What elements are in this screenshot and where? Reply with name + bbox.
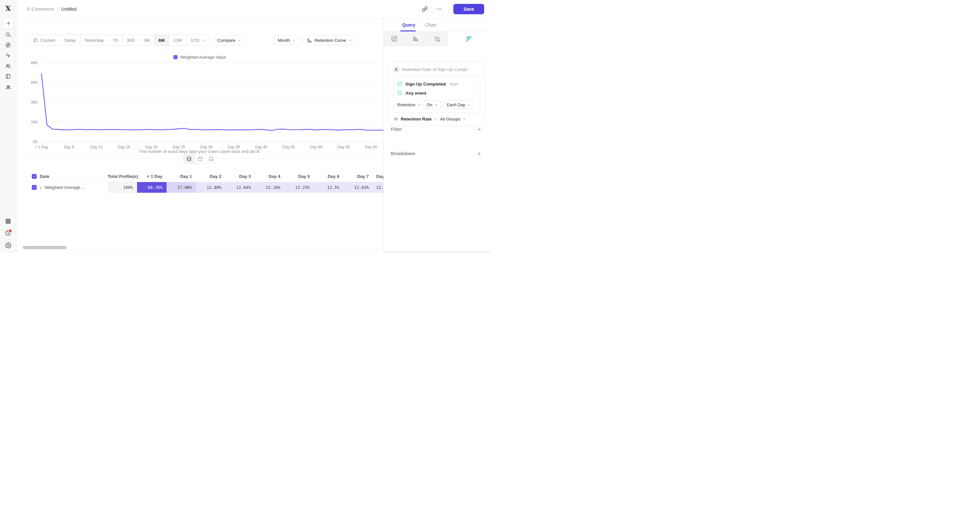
copy-link-button[interactable]	[420, 4, 430, 14]
groups-label: All Groups	[440, 117, 460, 122]
add-filter-button[interactable]	[477, 127, 482, 132]
top-panel-icon	[197, 156, 203, 162]
y-axis-label: 60%	[31, 80, 38, 85]
save-button[interactable]: Save	[453, 4, 484, 14]
retention-value-cell: 12.89%	[196, 182, 226, 193]
calendar-icon	[33, 38, 38, 43]
interval-dropdown[interactable]: Each Day	[444, 100, 474, 109]
column-header[interactable]: Day 2	[196, 174, 226, 179]
report-type-retention[interactable]	[448, 32, 490, 46]
tab-chart[interactable]: Chart	[425, 22, 436, 27]
board-icon	[5, 73, 11, 79]
column-header[interactable]: Day 4	[255, 174, 285, 179]
search-icon	[5, 32, 11, 38]
date-range-7d[interactable]: 7D	[108, 35, 123, 45]
breadcrumb-report-title[interactable]: Untitled	[61, 6, 76, 12]
event-steps-card: Sign Up Completed then Any event Retenti…	[393, 76, 480, 113]
layout-chart-only-button[interactable]	[194, 154, 206, 163]
date-range-3m[interactable]: 3M	[139, 35, 154, 45]
sidebar-item-discover[interactable]	[3, 40, 14, 51]
date-range-custom[interactable]: Custom	[29, 35, 60, 45]
ellipsis-icon	[436, 6, 442, 12]
query-builder-card: A Retention Rate of Sign Up Compl... Sig…	[389, 62, 485, 126]
layout-toggle-group	[183, 154, 217, 163]
add-breakdown-button[interactable]	[477, 151, 482, 156]
date-toolbar: CustomTodayYesterday7D30D3M6M12MXTD Comp…	[29, 35, 356, 46]
sidebar-item-cohorts[interactable]	[3, 82, 14, 93]
layout-table-only-button[interactable]	[205, 154, 217, 163]
more-menu-button[interactable]	[434, 4, 444, 14]
tab-query[interactable]: Query	[402, 22, 415, 27]
x-axis-label: Day 15	[118, 145, 130, 149]
sidebar-item-help[interactable]	[3, 227, 14, 238]
date-range-xtd[interactable]: XTD	[186, 35, 209, 45]
event-hexagon-icon	[397, 81, 402, 87]
measure-dropdown[interactable]: Retention Rate	[401, 117, 437, 122]
report-type-flows[interactable]	[426, 32, 448, 46]
column-header[interactable]: Day 8	[373, 174, 383, 179]
date-range-30d[interactable]: 30D	[123, 35, 139, 45]
filter-section: Filter	[391, 127, 482, 132]
create-button[interactable]	[3, 17, 14, 29]
compare-button[interactable]: Compare	[213, 35, 246, 45]
users-icon	[5, 63, 11, 69]
horizontal-scrollbar-thumb[interactable]	[23, 246, 67, 249]
column-header[interactable]: Day 6	[314, 174, 344, 179]
row-label: Weighted Average ...	[45, 185, 85, 190]
granularity-dropdown[interactable]: Month	[273, 35, 301, 45]
retention-type-dropdown[interactable]: Retention	[397, 102, 421, 107]
event-step-1[interactable]: Sign Up Completed then	[397, 79, 476, 89]
sidebar-item-apps[interactable]	[3, 216, 14, 227]
date-range-yesterday[interactable]: Yesterday	[80, 35, 108, 45]
column-header[interactable]: Day 1	[167, 174, 196, 179]
range-label: Custom	[40, 38, 56, 43]
date-range-12m[interactable]: 12M	[169, 35, 186, 45]
sidebar-item-users[interactable]	[3, 60, 14, 71]
sidebar-item-search[interactable]	[3, 29, 14, 40]
column-header[interactable]: Day 7	[344, 174, 373, 179]
chart-legend: Weighted Average Value	[16, 55, 383, 60]
divider	[449, 5, 449, 13]
sidebar-item-events[interactable]	[3, 50, 14, 61]
compare-label: Compare	[218, 38, 235, 43]
retention-value-cell: 100%	[108, 182, 137, 193]
mixpanel-logo-icon[interactable]: X	[0, 4, 16, 12]
retention-line-chart: 80%60%40%20%0%< 1 DayDay 5Day 10Day 15Da…	[16, 19, 383, 253]
sidebar-item-settings[interactable]	[3, 240, 14, 251]
bottom-border	[16, 250, 383, 250]
chart-type-dropdown[interactable]: Retention Curve	[303, 35, 356, 45]
breakdown-label: Breakdown	[391, 151, 415, 156]
sidebar-item-boards[interactable]	[3, 71, 14, 82]
column-header[interactable]: Total Profile(s)	[108, 174, 137, 179]
row-expander-chevron[interactable]: ›	[40, 185, 41, 190]
y-axis-label: 0%	[33, 140, 38, 144]
query-title-input[interactable]: Retention Rate of Sign Up Compl...	[402, 67, 471, 72]
column-header[interactable]: Day 5	[285, 174, 314, 179]
measure-row: % Retention Rate All Groups	[393, 117, 480, 122]
y-axis-label: 80%	[31, 60, 38, 65]
legend-label: Weighted Average Value	[180, 55, 226, 60]
retention-value-cell: 68.76%	[137, 182, 167, 193]
chevron-down-icon	[463, 117, 466, 121]
bottom-panel-icon	[208, 156, 214, 162]
range-label: 12M	[173, 38, 182, 43]
top-bar-actions: Save	[420, 4, 484, 14]
on-dropdown[interactable]: On	[423, 100, 441, 109]
date-range-today[interactable]: Today	[60, 35, 80, 45]
on-label: On	[427, 102, 432, 107]
groups-dropdown[interactable]: All Groups	[440, 117, 466, 122]
row-checkbox[interactable]: ✓	[32, 185, 37, 190]
table-header-row: ✓ Date Total Profile(s)< 1 DayDay 1Day 2…	[16, 171, 383, 182]
breadcrumb-project[interactable]: E-Commerce	[27, 6, 54, 12]
column-header[interactable]: Day 3	[226, 174, 255, 179]
date-range-6m[interactable]: 6M	[154, 35, 169, 45]
report-type-funnels[interactable]	[405, 32, 426, 46]
event-step-2[interactable]: Any event	[397, 89, 476, 97]
column-header[interactable]: < 1 Day	[137, 174, 167, 179]
select-all-checkbox[interactable]: ✓	[32, 174, 37, 179]
layout-split-view-button[interactable]	[183, 154, 195, 163]
report-type-insights[interactable]	[384, 32, 405, 46]
retention-value-cell: 17.08%	[167, 182, 196, 193]
measure-label: Retention Rate	[401, 117, 432, 122]
x-axis-label: Day 20	[145, 145, 158, 149]
